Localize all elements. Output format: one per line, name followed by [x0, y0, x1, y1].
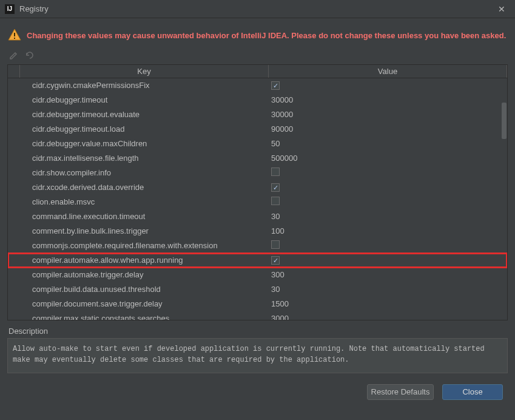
cell-key: cidr.max.intellisense.file.length	[20, 154, 269, 163]
table-row[interactable]: compiler.build.data.unused.threshold30	[8, 282, 507, 297]
cell-key: comment.by.line.bulk.lines.trigger	[20, 226, 269, 235]
warning-icon	[7, 28, 22, 42]
cell-value[interactable]	[269, 168, 507, 178]
cell-value[interactable]: 30	[269, 285, 507, 294]
cell-value[interactable]	[269, 197, 507, 207]
cell-key: cidr.cygwin.cmakePermissionsFix	[20, 81, 269, 90]
table-row[interactable]: compiler.max.static.constants.searches30…	[8, 311, 507, 320]
titlebar: IJ Registry ✕	[0, 0, 515, 18]
registry-table: Key Value cidr.cygwin.cmakePermissionsFi…	[7, 64, 508, 320]
header-value[interactable]: Value	[269, 65, 507, 78]
cell-value[interactable]: 3000	[269, 314, 507, 320]
warning-banner: Changing these values may cause unwanted…	[5, 24, 510, 49]
window-title: Registry	[19, 4, 493, 13]
toolbar	[5, 49, 510, 64]
cell-value[interactable]: 500000	[269, 154, 507, 163]
cell-value[interactable]	[269, 256, 507, 265]
cell-key: cidr.debugger.timeout.load	[20, 124, 269, 134]
cell-key: commonjs.complete.required.filename.with…	[20, 241, 269, 250]
restore-defaults-button[interactable]: Restore Defaults	[367, 384, 434, 400]
table-row[interactable]: cidr.max.intellisense.file.length500000	[8, 151, 507, 166]
table-row[interactable]: cidr.debugger.timeout.evaluate30000	[8, 107, 507, 122]
cell-key: cidr.xcode.derived.data.override	[20, 183, 269, 192]
table-row[interactable]: comment.by.line.bulk.lines.trigger100	[8, 224, 507, 239]
cell-key: clion.enable.msvc	[20, 197, 269, 206]
cell-value[interactable]: 30	[269, 212, 507, 221]
table-row[interactable]: cidr.show.compiler.info	[8, 166, 507, 180]
table-row[interactable]: command.line.execution.timeout30	[8, 209, 507, 224]
cell-value[interactable]: 30000	[269, 95, 507, 104]
table-row[interactable]: compiler.document.save.trigger.delay1500	[8, 297, 507, 311]
undo-icon[interactable]	[24, 50, 35, 61]
cell-value[interactable]: 90000	[269, 124, 507, 134]
table-row[interactable]: cidr.debugger.value.maxChildren50	[8, 137, 507, 151]
table-row[interactable]: compiler.automake.trigger.delay300	[8, 268, 507, 282]
close-button[interactable]: Close	[442, 384, 503, 400]
cell-key: cidr.debugger.value.maxChildren	[20, 139, 269, 148]
warning-text: Changing these values may cause unwanted…	[27, 31, 506, 40]
cell-value[interactable]	[269, 81, 507, 90]
table-row[interactable]: cidr.cygwin.cmakePermissionsFix	[8, 78, 507, 93]
description-text: Allow auto-make to start even if develop…	[7, 338, 508, 373]
checkbox[interactable]	[271, 197, 280, 205]
cell-key: compiler.automake.allow.when.app.running	[20, 256, 269, 265]
button-bar: Restore Defaults Close	[5, 373, 510, 407]
table-row[interactable]: compiler.automake.allow.when.app.running	[8, 253, 507, 268]
cell-key: command.line.execution.timeout	[20, 212, 269, 221]
table-row[interactable]: commonjs.complete.required.filename.with…	[8, 239, 507, 253]
scrollbar[interactable]	[501, 78, 507, 320]
cell-key: compiler.build.data.unused.threshold	[20, 285, 269, 294]
cell-value[interactable]	[269, 240, 507, 251]
cell-value[interactable]: 300	[269, 270, 507, 279]
table-body[interactable]: cidr.cygwin.cmakePermissionsFixcidr.debu…	[8, 78, 507, 320]
checkbox[interactable]	[271, 240, 280, 249]
cell-value[interactable]: 100	[269, 226, 507, 235]
cell-key: compiler.automake.trigger.delay	[20, 270, 269, 279]
edit-icon[interactable]	[8, 50, 19, 61]
checkbox[interactable]	[271, 81, 280, 90]
header-handle	[8, 65, 20, 78]
close-icon[interactable]: ✕	[493, 2, 510, 16]
scroll-thumb[interactable]	[502, 103, 507, 139]
cell-value[interactable]: 50	[269, 139, 507, 148]
description-label: Description	[7, 324, 508, 338]
table-row[interactable]: clion.enable.msvc	[8, 195, 507, 209]
cell-key: cidr.show.compiler.info	[20, 168, 269, 177]
description-section: Description Allow auto-make to start eve…	[7, 324, 508, 373]
cell-key: cidr.debugger.timeout.evaluate	[20, 110, 269, 119]
svg-rect-1	[14, 38, 15, 39]
cell-key: compiler.document.save.trigger.delay	[20, 299, 269, 308]
checkbox[interactable]	[271, 256, 280, 265]
header-key[interactable]: Key	[20, 65, 269, 78]
svg-rect-0	[14, 33, 15, 36]
cell-value[interactable]: 1500	[269, 299, 507, 308]
cell-value[interactable]: 30000	[269, 110, 507, 119]
app-icon: IJ	[5, 4, 15, 14]
table-row[interactable]: cidr.xcode.derived.data.override	[8, 180, 507, 195]
checkbox[interactable]	[271, 183, 280, 192]
table-header: Key Value	[8, 65, 507, 78]
cell-key: cidr.debugger.timeout	[20, 95, 269, 104]
checkbox[interactable]	[271, 168, 280, 176]
table-row[interactable]: cidr.debugger.timeout30000	[8, 93, 507, 107]
table-row[interactable]: cidr.debugger.timeout.load90000	[8, 122, 507, 137]
cell-key: compiler.max.static.constants.searches	[20, 314, 269, 320]
cell-value[interactable]	[269, 183, 507, 192]
